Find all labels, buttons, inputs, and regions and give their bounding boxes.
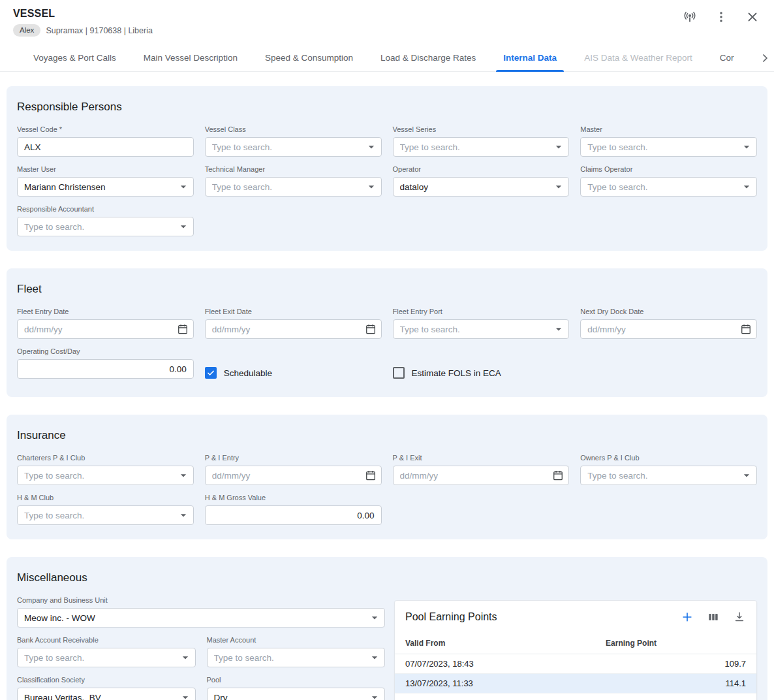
vessel-class-select	[205, 137, 382, 157]
vessel-class-input[interactable]	[206, 138, 381, 156]
operator-select	[393, 177, 570, 197]
vessel-code-chip: Alex	[13, 24, 40, 37]
field-label: H & M Gross Value	[205, 494, 382, 502]
kebab-menu-icon[interactable]	[714, 10, 728, 24]
charterers-pi-club-select	[17, 466, 194, 485]
field-label: Operating Cost/Day	[17, 347, 194, 356]
fleet-exit-date-input[interactable]	[206, 320, 381, 338]
responsible-accountant-input[interactable]	[18, 217, 193, 236]
calendar-icon[interactable]	[176, 323, 189, 336]
field-hm-club: H & M Club	[17, 494, 194, 525]
vessel-code-input[interactable]	[18, 138, 193, 156]
add-row-button[interactable]	[681, 611, 694, 624]
pool-select	[207, 688, 386, 700]
column-header-earning-point: Earning Point	[595, 632, 756, 654]
field-label: Fleet Entry Port	[393, 308, 570, 316]
master-select	[580, 137, 757, 157]
tab-ais-data-weather-report[interactable]: AIS Data & Weather Report	[570, 44, 706, 71]
technical-manager-input[interactable]	[206, 178, 381, 196]
vessel-subtitle: Supramax | 9170638 | Liberia	[46, 26, 153, 35]
section-fleet: Fleet Fleet Entry Date Fleet Exit Date F…	[7, 268, 767, 397]
section-miscellaneous: Miscellaneous Company and Business Unit …	[7, 557, 767, 700]
field-hm-gross-value: H & M Gross Value	[205, 494, 382, 525]
owners-pi-club-select	[580, 466, 757, 485]
operating-cost-day-input[interactable]	[18, 360, 193, 378]
valid-from-cell: 07/07/2023, 18:43	[395, 654, 595, 674]
field-vessel-class: Vessel Class	[205, 125, 382, 157]
technical-manager-select	[205, 177, 382, 197]
section-title: Insurance	[17, 429, 757, 442]
calendar-icon[interactable]	[739, 323, 752, 336]
fleet-entry-port-input[interactable]	[394, 320, 569, 338]
hm-gross-value-input-wrap	[205, 505, 382, 525]
classification-society-input[interactable]	[18, 688, 195, 700]
tab-voyages-port-calls[interactable]: Voyages & Port Calls	[20, 44, 130, 71]
field-vessel-series: Vessel Series	[393, 125, 570, 157]
field-pi-exit: P & I Exit	[393, 454, 570, 485]
field-label: Responsible Accountant	[17, 205, 194, 214]
field-label: Pool	[207, 676, 386, 684]
calendar-icon[interactable]	[364, 323, 377, 336]
columns-button[interactable]	[707, 611, 720, 624]
company-business-unit-input[interactable]	[18, 609, 384, 627]
operator-input[interactable]	[394, 178, 569, 196]
calendar-icon[interactable]	[364, 469, 377, 482]
field-label: Claims Operator	[580, 165, 757, 174]
field-label: Charterers P & I Club	[17, 454, 194, 462]
vessel-series-input[interactable]	[394, 138, 569, 156]
claims-operator-input[interactable]	[581, 178, 756, 196]
pi-entry-input[interactable]	[206, 466, 381, 485]
table-row[interactable]: 07/07/2023, 18:43 109.7	[395, 654, 756, 674]
pool-input[interactable]	[208, 688, 385, 700]
hm-gross-value-input[interactable]	[206, 506, 381, 524]
field-operating-cost-day: Operating Cost/Day	[17, 347, 194, 383]
chevron-right-icon	[758, 52, 771, 65]
download-icon	[733, 611, 746, 624]
tabs-scroll-right-button[interactable]	[756, 44, 774, 71]
master-account-input[interactable]	[208, 648, 385, 667]
charterers-pi-club-input[interactable]	[18, 466, 193, 485]
bank-account-receivable-input[interactable]	[18, 648, 195, 667]
master-account-select	[207, 648, 386, 667]
field-company-business-unit: Company and Business Unit	[17, 596, 385, 628]
hm-club-input[interactable]	[18, 506, 193, 524]
field-label: Classification Society	[17, 676, 196, 684]
hm-club-select	[17, 505, 194, 525]
table-row[interactable]: 27/07/2023, 12:00 123	[395, 693, 756, 700]
table-row[interactable]: 13/07/2023, 11:33 114.1	[395, 674, 756, 693]
schedulable-checkbox[interactable]	[205, 367, 217, 379]
window-header: VESSEL Alex Supramax | 9170638 | Liberia	[0, 0, 774, 37]
tab-main-vessel-description[interactable]: Main Vessel Description	[130, 44, 251, 71]
tab-internal-data[interactable]: Internal Data	[489, 44, 570, 71]
pool-earning-points-table: Valid From Earning Point 07/07/2023, 18:…	[395, 632, 756, 700]
field-technical-manager: Technical Manager	[205, 165, 382, 197]
master-user-input[interactable]	[18, 178, 193, 196]
owners-pi-club-input[interactable]	[581, 466, 756, 485]
tab-correspondence-truncated[interactable]: Cor	[706, 44, 737, 71]
field-label: Technical Manager	[205, 165, 382, 174]
calendar-icon[interactable]	[551, 469, 565, 482]
fleet-entry-date-input[interactable]	[18, 320, 193, 338]
pi-exit-input[interactable]	[394, 466, 569, 485]
field-label: Fleet Exit Date	[205, 308, 382, 316]
close-icon[interactable]	[745, 10, 760, 24]
field-label: Master Account	[207, 636, 386, 644]
field-fleet-exit-date: Fleet Exit Date	[205, 308, 382, 339]
estimate-fols-checkbox[interactable]	[393, 367, 405, 379]
section-responsible-persons: Responsible Persons Vessel Code * Vessel…	[7, 86, 767, 251]
pi-entry-input-wrap	[205, 466, 382, 485]
field-charterers-pi-club: Charterers P & I Club	[17, 454, 194, 485]
field-operator: Operator	[393, 165, 570, 197]
master-input[interactable]	[581, 138, 756, 156]
tab-speed-consumption[interactable]: Speed & Consumption	[251, 44, 367, 71]
earning-point-cell: 109.7	[595, 654, 756, 674]
live-data-icon[interactable]	[683, 10, 697, 24]
next-dry-dock-date-input[interactable]	[581, 320, 756, 338]
download-button[interactable]	[733, 611, 746, 624]
fleet-entry-port-select	[393, 319, 570, 339]
field-label: Fleet Entry Date	[17, 308, 194, 316]
field-claims-operator: Claims Operator	[580, 165, 757, 197]
section-title: Responsible Persons	[17, 101, 757, 114]
tab-load-discharge-rates[interactable]: Load & Discharge Rates	[367, 44, 489, 71]
estimate-fols-label: Estimate FOLS in ECA	[412, 368, 501, 378]
